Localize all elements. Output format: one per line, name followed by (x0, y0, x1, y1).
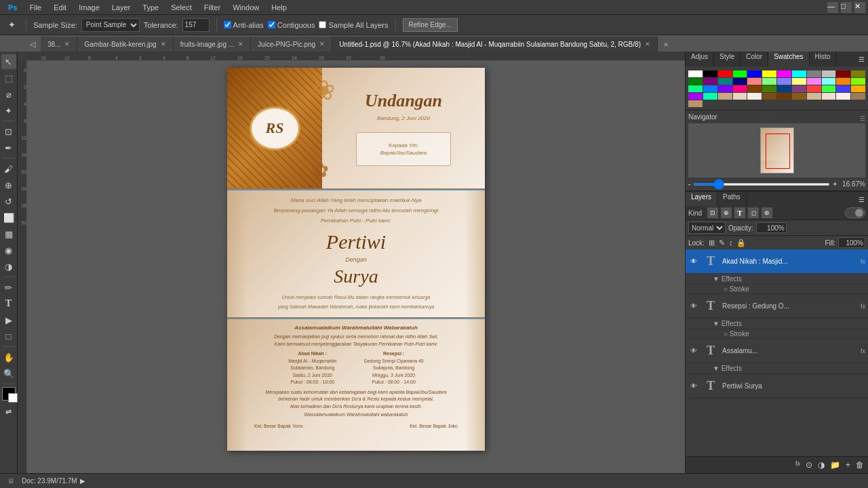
menu-window[interactable]: Window (227, 2, 264, 13)
layer-filter-type[interactable]: T (734, 207, 745, 218)
color-swatch[interactable] (792, 85, 806, 92)
pen-tool[interactable]: ✏ (1, 280, 16, 295)
color-swatch[interactable] (747, 70, 762, 77)
color-swatch[interactable] (703, 93, 717, 100)
color-swatch[interactable] (688, 78, 703, 85)
contiguous-checkbox[interactable] (268, 21, 275, 28)
close-tab-0[interactable]: ✕ (64, 41, 70, 47)
color-swatch[interactable] (703, 78, 717, 85)
color-swatch[interactable] (792, 78, 806, 85)
color-swatch[interactable] (688, 70, 703, 77)
doc-arrow[interactable]: ▶ (80, 477, 85, 485)
layer-filter-shape[interactable]: ◻ (748, 207, 759, 218)
crop-tool[interactable]: ⊡ (1, 124, 16, 139)
opacity-input[interactable] (756, 222, 787, 233)
layer-visibility-2[interactable]: 👁 (688, 301, 699, 312)
color-swatch[interactable] (777, 93, 791, 100)
color-swatch[interactable] (777, 78, 791, 85)
color-swatch[interactable] (822, 78, 836, 85)
lock-pixel-icon[interactable]: ✎ (719, 239, 725, 247)
path-selection[interactable]: ▶ (1, 312, 16, 327)
zoom-out-icon[interactable]: - (688, 180, 690, 188)
color-swatch[interactable] (703, 70, 717, 77)
color-swatch[interactable] (807, 70, 821, 77)
tab-2[interactable]: fruits-image.jpg ... ✕ (174, 37, 251, 52)
color-swatch[interactable] (836, 93, 850, 100)
dodge-tool[interactable]: ◑ (1, 259, 16, 274)
maximize-btn[interactable]: □ (841, 2, 852, 13)
menu-filter[interactable]: Filter (199, 2, 226, 13)
tab-swatches[interactable]: Swatches (768, 52, 809, 66)
tab-adjust[interactable]: Adjus (686, 52, 714, 66)
panel-menu-icon[interactable]: ☰ (854, 52, 868, 66)
color-swatch[interactable] (851, 78, 865, 85)
color-swatch[interactable] (762, 93, 776, 100)
add-adjustment-button[interactable]: ◑ (816, 459, 826, 471)
lock-all-icon[interactable]: 🔒 (736, 239, 746, 247)
color-swatch[interactable] (703, 85, 717, 92)
magic-wand-tool[interactable]: ✦ (1, 103, 16, 118)
layer-visibility-4[interactable]: 👁 (688, 381, 699, 392)
layer-item[interactable]: 👁 T Assalamu... fx (686, 339, 868, 363)
close-tab-1[interactable]: ✕ (161, 41, 166, 47)
color-swatch[interactable] (762, 78, 776, 85)
color-swatch[interactable] (718, 70, 732, 77)
color-swatch[interactable] (807, 78, 821, 85)
tab-histogram[interactable]: Histo (810, 52, 837, 66)
history-brush[interactable]: ↺ (1, 194, 16, 209)
color-swatch[interactable] (777, 70, 791, 77)
add-layer-button[interactable]: + (844, 459, 852, 471)
close-tab-2[interactable]: ✕ (238, 41, 243, 47)
type-tool[interactable]: T (1, 296, 16, 311)
zoom-slider[interactable] (693, 183, 830, 186)
layer-item[interactable]: 👁 T Resepsi : Gedung O... fx (686, 294, 868, 319)
lasso-tool[interactable]: ⌀ (1, 87, 16, 102)
anti-alias-label[interactable]: Anti-alias (224, 21, 264, 29)
sample-all-label[interactable]: Sample All Layers (319, 21, 388, 29)
color-swatch[interactable] (807, 85, 821, 92)
color-swatch[interactable] (836, 78, 850, 85)
sample-size-select[interactable]: Point Sample (81, 18, 140, 32)
color-swatch[interactable] (836, 70, 850, 77)
zoom-in-icon[interactable]: + (833, 180, 837, 188)
menu-edit[interactable]: Edit (48, 2, 72, 13)
delete-layer-button[interactable]: 🗑 (854, 459, 865, 471)
tab-layers[interactable]: Layers (686, 192, 717, 206)
menu-image[interactable]: Image (73, 2, 105, 13)
color-swatch[interactable] (718, 85, 732, 92)
lock-position-icon[interactable]: ⊞ (709, 239, 715, 247)
color-swatch[interactable] (822, 93, 836, 100)
color-swatch[interactable] (733, 85, 747, 92)
brush-tool[interactable]: 🖌 (1, 161, 16, 176)
color-swap[interactable]: ⇌ (5, 407, 12, 416)
color-swatch[interactable] (688, 100, 703, 107)
eyedropper-tool[interactable]: ✒ (1, 140, 16, 155)
color-swatch[interactable] (733, 93, 747, 100)
color-swatch[interactable] (747, 93, 762, 100)
color-swatch[interactable] (792, 70, 806, 77)
color-swatch[interactable] (718, 93, 732, 100)
stamp-tool[interactable]: ⊕ (1, 178, 16, 192)
sample-all-checkbox[interactable] (319, 21, 326, 28)
tab-overflow[interactable]: » (658, 37, 674, 52)
tolerance-input[interactable] (182, 18, 210, 32)
blend-mode-select[interactable]: Normal (688, 222, 726, 234)
color-swatch[interactable] (792, 93, 806, 100)
color-swatch[interactable] (747, 85, 762, 92)
color-swatch[interactable] (718, 78, 732, 85)
anti-alias-checkbox[interactable] (224, 21, 231, 28)
hand-tool[interactable]: ✋ (1, 350, 16, 365)
magic-wand-icon[interactable]: ✦ (4, 18, 19, 33)
color-swatch[interactable] (688, 85, 703, 92)
canvas-scroll[interactable]: RS ❀ ✿ Undangan Bandung, 2 Juni 2020 Kep… (27, 61, 685, 473)
layer-item[interactable]: 👁 T Pertiwi Surya (686, 374, 868, 399)
blur-tool[interactable]: ◉ (1, 243, 16, 258)
tab-3[interactable]: Juice-PNG-Pic.png ✕ (251, 37, 332, 52)
tab-4[interactable]: Untitled-1.psd @ 16.7% (Akad Nikah : Mas… (332, 37, 658, 52)
tab-paths[interactable]: Paths (717, 192, 747, 206)
menu-help[interactable]: Help (266, 2, 292, 13)
color-swatch[interactable] (822, 70, 836, 77)
add-fx-button[interactable]: fx (794, 459, 802, 471)
selection-tool[interactable]: ⬚ (1, 70, 16, 85)
menu-layer[interactable]: Layer (106, 2, 136, 13)
